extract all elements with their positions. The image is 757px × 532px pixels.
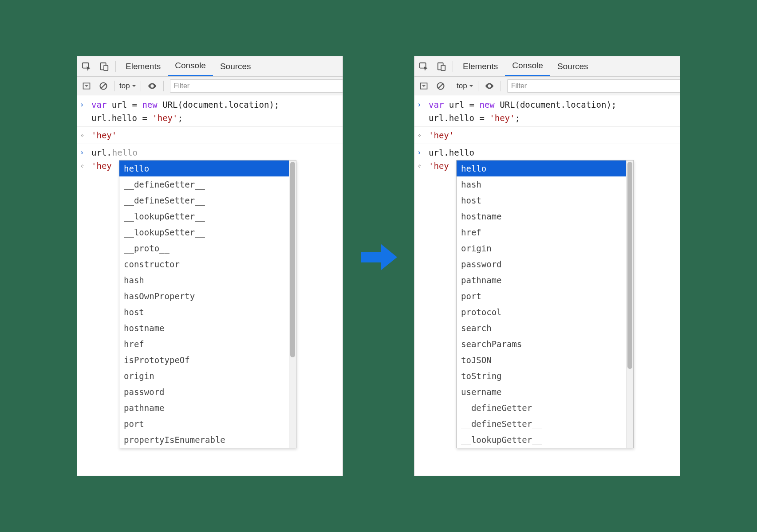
autocomplete-item[interactable]: __lookupSetter__: [119, 224, 289, 240]
autocomplete-item[interactable]: origin: [457, 240, 626, 256]
console-toolbar: top Filter: [414, 77, 680, 95]
autocomplete-item[interactable]: hash: [119, 272, 289, 288]
code-line: url.hello = 'hey';: [91, 111, 339, 125]
output-marker-icon: ‹·: [418, 159, 429, 172]
sidebar-toggle-icon[interactable]: [417, 79, 430, 93]
autocomplete-item[interactable]: constructor: [119, 256, 289, 272]
autocomplete-item[interactable]: href: [457, 224, 626, 240]
autocomplete-item[interactable]: href: [119, 336, 289, 352]
autocomplete-item[interactable]: hello: [457, 160, 626, 176]
filter-input[interactable]: Filter: [170, 79, 343, 93]
clear-console-icon[interactable]: [97, 79, 110, 93]
autocomplete-item[interactable]: password: [119, 384, 289, 400]
divider: [115, 61, 116, 72]
devtools-panel-right: Elements Console Sources top Filter: [414, 56, 680, 476]
device-toggle-icon[interactable]: [96, 58, 113, 75]
output-marker-icon: ‹·: [81, 129, 91, 142]
autocomplete-item[interactable]: host: [119, 304, 289, 320]
svg-point-13: [489, 85, 490, 87]
device-toggle-icon[interactable]: [433, 58, 450, 75]
autocomplete-item[interactable]: __defineSetter__: [119, 192, 289, 208]
autocomplete-item[interactable]: hash: [457, 176, 626, 192]
divider: [452, 81, 452, 91]
tab-console[interactable]: Console: [505, 56, 550, 76]
autocomplete-item[interactable]: toJSON: [457, 352, 626, 368]
divider: [501, 81, 501, 91]
divider: [453, 61, 453, 72]
context-selector[interactable]: top: [457, 82, 473, 90]
input-marker-icon: ›: [81, 146, 91, 159]
input-marker-icon: ›: [418, 146, 429, 159]
svg-line-5: [101, 83, 106, 89]
context-label: top: [457, 82, 467, 90]
inspect-icon[interactable]: [78, 58, 95, 75]
tab-console[interactable]: Console: [168, 56, 213, 76]
code-line: var url = new URL(document.location);: [91, 98, 339, 111]
autocomplete-item[interactable]: hostname: [457, 208, 626, 224]
autocomplete-item[interactable]: pathname: [119, 400, 289, 416]
autocomplete-item[interactable]: __proto__: [119, 240, 289, 256]
clear-console-icon[interactable]: [434, 79, 447, 93]
context-selector[interactable]: top: [119, 82, 136, 90]
autocomplete-item[interactable]: searchParams: [457, 336, 626, 352]
autocomplete-item[interactable]: hello: [119, 160, 289, 176]
scrollbar-thumb[interactable]: [627, 162, 632, 369]
autocomplete-item[interactable]: propertyIsEnumerable: [119, 432, 289, 448]
autocomplete-item[interactable]: port: [119, 416, 289, 432]
divider: [478, 81, 478, 91]
autocomplete-item[interactable]: toString: [457, 368, 626, 384]
svg-point-6: [151, 85, 153, 87]
autocomplete-item[interactable]: __defineGetter__: [457, 400, 626, 416]
console-body[interactable]: › var url = new URL(document.location); …: [77, 95, 343, 476]
current-input[interactable]: url.hello: [91, 146, 339, 159]
tab-sources[interactable]: Sources: [213, 56, 258, 76]
eye-icon[interactable]: [483, 79, 496, 93]
tab-bar: Elements Console Sources: [77, 56, 343, 77]
autocomplete-item[interactable]: hasOwnProperty: [119, 288, 289, 304]
tab-sources[interactable]: Sources: [550, 56, 595, 76]
inspect-icon[interactable]: [415, 58, 432, 75]
autocomplete-list[interactable]: hello__defineGetter____defineSetter____l…: [119, 160, 289, 448]
autocomplete-item[interactable]: password: [457, 256, 626, 272]
tab-elements[interactable]: Elements: [118, 56, 168, 76]
svg-line-12: [438, 83, 443, 89]
autocomplete-item[interactable]: pathname: [457, 272, 626, 288]
autocomplete-item[interactable]: username: [457, 384, 626, 400]
scrollbar[interactable]: [289, 160, 296, 448]
current-input[interactable]: url.hello: [429, 146, 676, 159]
console-toolbar: top Filter: [77, 77, 343, 95]
autocomplete-item[interactable]: search: [457, 320, 626, 336]
autocomplete-item[interactable]: __lookupGetter__: [457, 432, 626, 448]
autocomplete-list[interactable]: hellohashhosthostnamehreforiginpasswordp…: [457, 160, 626, 448]
autocomplete-item[interactable]: __lookupGetter__: [119, 208, 289, 224]
console-body[interactable]: › var url = new URL(document.location); …: [414, 95, 680, 476]
code-line: var url = new URL(document.location);: [429, 98, 676, 111]
chevron-down-icon: [469, 84, 473, 88]
code-line: url.hello = 'hey';: [429, 111, 676, 125]
context-label: top: [119, 82, 130, 90]
autocomplete-item[interactable]: origin: [119, 368, 289, 384]
devtools-panel-left: Elements Console Sources top Filter: [77, 56, 343, 476]
divider: [141, 81, 141, 91]
autocomplete-item[interactable]: hostname: [119, 320, 289, 336]
sidebar-toggle-icon[interactable]: [80, 79, 93, 93]
autocomplete-item[interactable]: __defineSetter__: [457, 416, 626, 432]
filter-placeholder: Filter: [511, 82, 527, 90]
autocomplete-item[interactable]: __defineGetter__: [119, 176, 289, 192]
svg-rect-2: [104, 65, 108, 70]
eye-icon[interactable]: [146, 79, 159, 93]
filter-input[interactable]: Filter: [507, 79, 680, 93]
autocomplete-popup: hellohashhosthostnamehreforiginpasswordp…: [456, 160, 634, 448]
input-marker-icon: ›: [81, 98, 91, 111]
output-marker-icon: ‹·: [81, 159, 91, 172]
tab-elements[interactable]: Elements: [456, 56, 505, 76]
autocomplete-item[interactable]: port: [457, 288, 626, 304]
filter-placeholder: Filter: [174, 82, 190, 90]
scrollbar[interactable]: [626, 160, 633, 448]
autocomplete-item[interactable]: protocol: [457, 304, 626, 320]
svg-rect-9: [441, 65, 445, 70]
autocomplete-item[interactable]: isPrototypeOf: [119, 352, 289, 368]
scrollbar-thumb[interactable]: [290, 162, 295, 357]
tab-bar: Elements Console Sources: [414, 56, 680, 77]
autocomplete-item[interactable]: host: [457, 192, 626, 208]
